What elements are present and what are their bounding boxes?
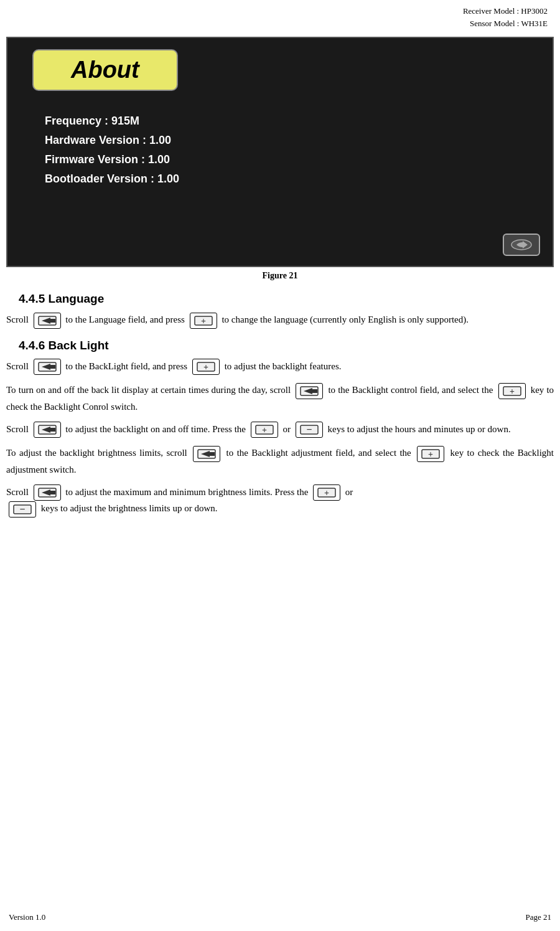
446-p1-pre: Scroll: [6, 361, 29, 371]
svg-rect-3: [50, 319, 55, 323]
arrow-icon-2: [34, 359, 61, 375]
svg-text:−: −: [306, 425, 312, 435]
page-header: Receiver Model : HP3002 Sensor Model : W…: [0, 0, 560, 32]
plus-icon-6: +: [313, 484, 340, 501]
446-p3-mid: to adjust the backlight on and off time.…: [65, 424, 246, 434]
arrow-icon-3: [296, 383, 323, 399]
arrow-icon-4: [34, 422, 61, 438]
page-footer: Version 1.0 Page 21: [0, 912, 560, 922]
sensor-model: Sensor Model : WH31E: [0, 17, 548, 30]
446-p1-post: to adjust the backlight features.: [225, 361, 342, 371]
svg-rect-30: [50, 491, 55, 494]
446-p5-or: or: [345, 487, 353, 497]
about-label: About: [71, 57, 139, 83]
about-box: About: [32, 49, 178, 91]
hardware-version-line: Hardware Version : 1.00: [45, 134, 179, 147]
446-p4-pre: To adjust the backlight brightness limit…: [6, 448, 187, 458]
page-number: Page 21: [525, 912, 551, 922]
svg-text:+: +: [510, 387, 515, 396]
plus-icon-4: +: [251, 422, 278, 438]
446-p5-post: keys to adjust the brightness limits up …: [41, 503, 218, 513]
446-p3-pre: Scroll: [6, 424, 29, 434]
plus-icon-3: +: [498, 383, 526, 399]
frequency-line: Frequency : 915M: [45, 115, 179, 128]
446-p3-or: or: [283, 424, 291, 434]
svg-rect-25: [210, 452, 215, 456]
arrow-icon-6: [34, 484, 61, 501]
section-445-heading: 4.4.5 Language: [19, 292, 560, 306]
arrow-icon-5: [193, 446, 220, 462]
section-446-para1: Scroll to the BackLight field, and press…: [6, 359, 554, 376]
svg-text:+: +: [203, 362, 208, 372]
back-button-icon: [503, 234, 540, 256]
figure-caption: Figure 21: [0, 271, 560, 281]
svg-text:+: +: [201, 316, 206, 326]
446-p1-mid: to the BackLight field, and press: [65, 361, 187, 371]
section-446-para4: To adjust the backlight brightness limit…: [6, 445, 554, 477]
svg-text:−: −: [19, 504, 25, 514]
445-p1-post: to change the language (currently only E…: [222, 314, 469, 324]
figure-21-image: About Frequency : 915M Hardware Version …: [6, 37, 554, 267]
section-445-para1: Scroll to the Language field, and press …: [6, 312, 554, 329]
svg-rect-13: [312, 389, 317, 393]
device-info: Frequency : 915M Hardware Version : 1.00…: [45, 115, 179, 192]
minus-icon-1: −: [296, 422, 323, 438]
section-446-para3: Scroll to adjust the backlight on and of…: [6, 422, 554, 438]
svg-rect-18: [50, 428, 55, 432]
plus-icon-1: +: [190, 313, 217, 329]
firmware-version-line: Firmware Version : 1.00: [45, 153, 179, 166]
section-446-para2: To turn on and off the back lit display …: [6, 382, 554, 414]
svg-text:+: +: [324, 488, 329, 498]
version-label: Version 1.0: [9, 912, 45, 922]
446-p2-pre: To turn on and off the back lit display …: [6, 385, 291, 395]
section-446-para5: Scroll to adjust the maximum and minimum…: [6, 484, 554, 517]
446-p5-pre: Scroll: [6, 487, 29, 497]
bootloader-version-line: Bootloader Version : 1.00: [45, 172, 179, 186]
arrow-icon-1: [34, 313, 61, 329]
svg-rect-8: [50, 365, 55, 369]
446-p2-mid: to the Backlight control field, and sele…: [328, 385, 493, 395]
plus-icon-5: +: [417, 446, 444, 462]
section-446-heading: 4.4.6 Back Light: [19, 339, 560, 352]
446-p3-post: keys to adjust the hours and minutes up …: [328, 424, 511, 434]
svg-text:+: +: [262, 425, 267, 435]
446-p5-mid: to adjust the maximum and minimum bright…: [65, 487, 308, 497]
receiver-model: Receiver Model : HP3002: [0, 5, 548, 17]
plus-icon-2: +: [192, 359, 220, 375]
minus-icon-2: −: [9, 501, 36, 517]
svg-text:+: +: [428, 450, 433, 459]
445-p1-mid: to the Language field, and press: [65, 314, 185, 324]
446-p4-mid: to the Backlight adjustment field, and s…: [226, 448, 411, 458]
445-p1-pre: Scroll: [6, 314, 29, 324]
